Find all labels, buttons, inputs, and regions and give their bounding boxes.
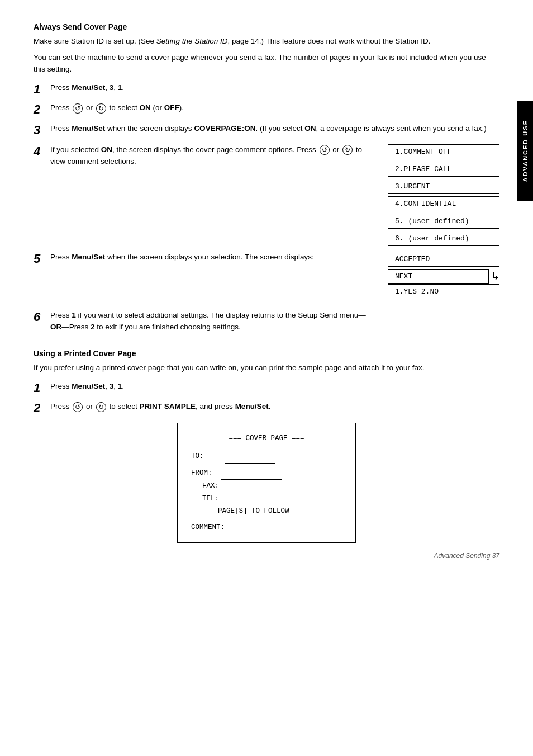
section2-step-2: 2 Press or to select PRINT SAMPLE, and p… [34,401,499,415]
cover-from-field [221,467,282,480]
cover-comment-row: COMMENT: [191,521,342,534]
step-4-number: 4 [34,144,50,159]
step-5-number: 5 [34,252,50,266]
screen-accepted: ACCEPTED [388,252,499,267]
step-3-number: 3 [34,123,50,138]
step-4-content: If you selected ON, the screen displays … [50,144,377,168]
arrow-right-icon: ↳ [491,270,499,282]
step-2-content: Press or to select ON (or OFF). [50,102,499,114]
btn-icon-back3 [73,402,83,412]
page-container: ADVANCED USE Always Send Cover Page Make… [0,0,533,577]
screen-next: NEXT [388,269,489,284]
screen-yesno: 1.YES 2.NO [388,284,499,299]
steps-list-1: 1 Press Menu/Set, 3, 1. 2 Press or to se… [34,82,499,138]
step-5: 5 Press Menu/Set when the screen display… [34,252,377,266]
cover-page-title: === COVER PAGE === [191,432,342,445]
comment-option-5: 5. (user defined) [388,214,499,229]
comment-option-3: 3.URGENT [388,179,499,194]
section1-para2: You can set the machine to send a cover … [34,52,499,75]
cover-to-field [225,450,275,464]
btn-icon-fwd3 [96,402,106,412]
step-56-left: 5 Press Menu/Set when the screen display… [34,252,377,339]
step-2-number: 2 [34,102,50,117]
step-4-item: 4 If you selected ON, the screen display… [34,144,377,168]
page-footer: Advanced Sending 37 [434,552,499,560]
step-5-content: Press Menu/Set when the screen displays … [50,252,377,263]
italic-ref: Setting the Station ID [156,37,228,45]
section2-step-1: 1 Press Menu/Set, 3, 1. [34,381,499,395]
step-1-content: Press Menu/Set, 3, 1. [50,82,499,94]
cover-page-sample: === COVER PAGE === TO: FROM: FAX: TEL: P… [177,423,356,544]
step-56-screens: ACCEPTED NEXT ↳ 1.YES 2.NO [388,252,499,299]
comment-option-2: 2.PLEASE CALL [388,162,499,177]
comment-option-1: 1.COMMENT OFF [388,144,499,159]
step-3: 3 Press Menu/Set when the screen display… [34,123,499,138]
section2-para1: If you prefer using a printed cover page… [34,362,499,374]
steps-list-2: 1 Press Menu/Set, 3, 1. 2 Press or to se… [34,381,499,416]
cover-pages-row: PAGE[S] TO FOLLOW [218,505,342,518]
step-1-number: 1 [34,82,50,97]
step-56-steps: 5 Press Menu/Set when the screen display… [34,252,377,339]
section1-para1: Make sure Station ID is set up. (See Set… [34,36,499,48]
btn-icon-fwd [96,103,106,114]
step-6-content: Press 1 if you want to select additional… [50,310,377,333]
section2-step-1-number: 1 [34,381,50,395]
section1-heading: Always Send Cover Page [34,22,499,31]
cover-from-row: FROM: [191,467,342,480]
step-1: 1 Press Menu/Set, 3, 1. [34,82,499,97]
comment-option-4: 4.CONFIDENTIAL [388,196,499,211]
next-row: NEXT ↳ [388,269,499,284]
section2-heading: Using a Printed Cover Page [34,349,499,358]
step-2: 2 Press or to select ON (or OFF). [34,102,499,117]
section2-step-1-content: Press Menu/Set, 3, 1. [50,381,499,393]
step-56-layout: 5 Press Menu/Set when the screen display… [34,252,499,339]
cover-tel-row: TEL: [202,493,342,505]
btn-icon-back2 [320,145,330,155]
step-4-layout: 4 If you selected ON, the screen display… [34,144,499,246]
side-tab: ADVANCED USE [517,101,533,201]
comment-options-panel: 1.COMMENT OFF 2.PLEASE CALL 3.URGENT 4.C… [388,144,499,246]
cover-fax-row: FAX: [202,480,342,493]
step-6: 6 Press 1 if you want to select addition… [34,310,377,333]
comment-option-6: 6. (user defined) [388,231,499,246]
btn-icon-back [73,103,83,114]
btn-icon-fwd2 [342,145,353,155]
cover-to-row: TO: [191,450,342,464]
section2-step-2-number: 2 [34,401,50,415]
step-6-number: 6 [34,310,50,324]
step-3-content: Press Menu/Set when the screen displays … [50,123,499,135]
section2-step-2-content: Press or to select PRINT SAMPLE, and pre… [50,401,499,413]
side-tab-label: ADVANCED USE [522,120,529,182]
